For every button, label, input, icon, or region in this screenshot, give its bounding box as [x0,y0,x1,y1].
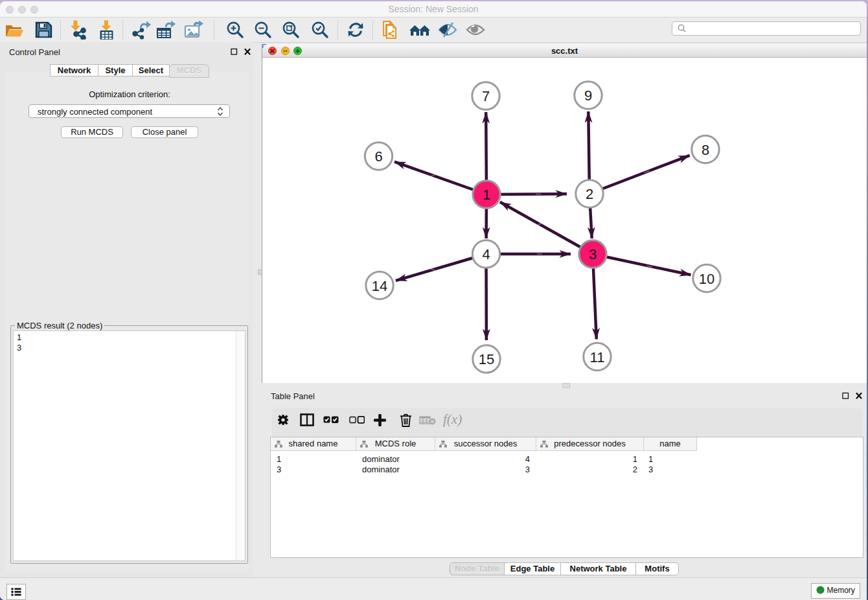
svg-text:4: 4 [482,246,490,262]
svg-text:8: 8 [702,142,709,158]
svg-text:10: 10 [699,271,714,287]
svg-text:3: 3 [589,246,597,262]
svg-text:15: 15 [479,351,494,367]
svg-text:14: 14 [372,278,387,294]
svg-text:11: 11 [590,349,605,365]
svg-text:9: 9 [584,87,592,104]
svg-text:6: 6 [374,148,382,165]
svg-text:7: 7 [482,88,490,104]
svg-text:2: 2 [586,186,593,202]
svg-text:1: 1 [483,187,490,203]
